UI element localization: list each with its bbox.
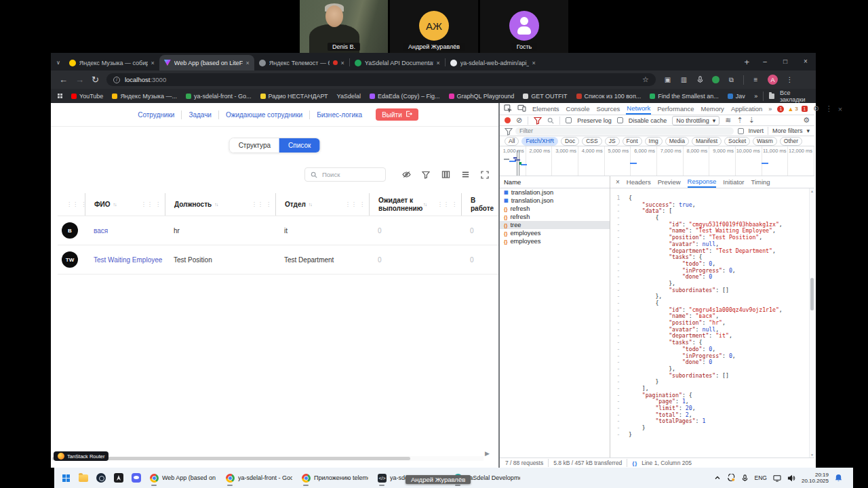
tanstack-router-badge[interactable]: TanStack Router — [54, 451, 108, 461]
reading-list-icon[interactable]: ≡ — [751, 75, 760, 84]
columns-icon[interactable] — [441, 170, 450, 180]
profile-avatar[interactable]: A — [768, 75, 778, 85]
bookmark-item-6[interactable]: GraphQL Playground — [449, 93, 515, 100]
tab-close-icon[interactable]: × — [341, 60, 344, 66]
row-drag-handle-icon[interactable]: ⋮⋮ ⋮ — [66, 201, 85, 207]
bookmark-item-9[interactable]: Find the Smallest an... — [650, 93, 719, 100]
type-filter-font[interactable]: Font — [623, 137, 642, 146]
record-icon[interactable] — [505, 117, 511, 123]
type-filter-js[interactable]: JS — [605, 137, 620, 146]
response-tab-timing[interactable]: Timing — [751, 177, 770, 187]
type-filter-wasm[interactable]: Wasm — [753, 137, 777, 146]
bookmark-item-4[interactable]: YaSdelal — [337, 93, 361, 100]
browser-tab-0[interactable]: Яндекс Музыка — собираем в× — [64, 55, 159, 70]
disable-cache-checkbox[interactable] — [617, 117, 623, 123]
type-filter-media[interactable]: Media — [665, 137, 689, 146]
hide-columns-icon[interactable] — [401, 170, 411, 180]
employee-name-link[interactable]: Test Waiting Employee — [94, 256, 162, 264]
devtools-settings-gear-icon[interactable]: ⚙ — [813, 104, 820, 113]
bookmark-item-7[interactable]: GET OUTFIT — [523, 93, 567, 100]
pinned-app-icon[interactable] — [110, 469, 127, 487]
network-conditions-icon[interactable]: ≋ — [725, 116, 731, 125]
request-row-employees[interactable]: {}employees — [500, 229, 610, 237]
nav-link-0[interactable]: Сотрудники — [138, 111, 174, 119]
network-filter-icon[interactable] — [534, 117, 541, 124]
devtools-more-tabs-icon[interactable]: » — [768, 106, 772, 113]
network-settings-gear-icon[interactable]: ⚙ — [803, 116, 810, 125]
apps-grid-icon[interactable] — [58, 94, 62, 98]
bookmark-item-3[interactable]: Радио НЕСТАНДАРТ — [260, 93, 328, 100]
extensions-puzzle-icon[interactable]: ⧉ — [727, 75, 736, 84]
table-row-1[interactable]: TWTest Waiting EmployeeTest PositionTest… — [58, 245, 498, 274]
devtools-tab-console[interactable]: Console — [566, 104, 591, 114]
taskbar-app-0[interactable]: Web App (based on Lite — [145, 469, 221, 487]
header-col-3[interactable]: Ожидает к выполнению↑↓⋮⋮ ⋮ — [369, 193, 461, 216]
invert-checkbox[interactable] — [738, 128, 744, 134]
tab-close-icon[interactable]: × — [246, 60, 250, 66]
request-row-employees[interactable]: {}employees — [500, 237, 610, 245]
devtools-tab-sources[interactable]: Sources — [595, 104, 620, 114]
bookmark-item-1[interactable]: Яндекс Музыка —... — [112, 93, 177, 100]
column-drag-handle-icon[interactable]: ⋮⋮ ⋮ — [345, 201, 369, 207]
browser-tab-1[interactable]: Web App (based on LiteFront)× — [159, 55, 254, 70]
bookmarks-overflow-icon[interactable]: » — [754, 93, 757, 100]
nav-link-2[interactable]: Ожидающие сотрудники — [226, 111, 302, 119]
sort-icon[interactable]: ↑↓ — [214, 202, 218, 207]
request-list-header[interactable]: Name — [500, 176, 610, 188]
type-filter-img[interactable]: Img — [645, 137, 663, 146]
new-tab-button[interactable]: + — [744, 57, 749, 67]
type-filter-socket[interactable]: Socket — [724, 137, 750, 146]
throttling-select[interactable]: No throttling▾ — [672, 116, 719, 125]
logout-button[interactable]: Выйти — [376, 108, 418, 121]
clear-icon[interactable]: ⊘ — [516, 117, 522, 124]
tab-group-icon[interactable]: ▣ — [663, 75, 672, 84]
bookmark-star-icon[interactable]: ☆ — [642, 75, 649, 84]
response-tab-headers[interactable]: Headers — [627, 177, 651, 187]
type-filter-css[interactable]: CSS — [582, 137, 601, 146]
scroll-up-icon[interactable]: ▲ — [810, 189, 814, 193]
network-search-icon[interactable] — [547, 117, 554, 124]
devtools-tab-elements[interactable]: Elements — [532, 104, 560, 114]
format-braces-icon[interactable]: { } — [632, 460, 637, 466]
preserve-log-checkbox[interactable] — [566, 117, 572, 123]
sync-icon[interactable] — [727, 474, 735, 482]
request-row-translation.json[interactable]: ▦translation.json — [500, 188, 610, 197]
site-info-icon[interactable]: i — [113, 77, 120, 83]
tray-mic-icon[interactable] — [741, 474, 749, 482]
import-har-icon[interactable]: ⇡ — [737, 116, 743, 125]
export-har-icon[interactable]: ⇣ — [749, 116, 755, 125]
toggle-option-1[interactable]: Список — [279, 138, 319, 152]
sort-icon[interactable]: ↑↓ — [309, 202, 312, 207]
devtools-tab-memory[interactable]: Memory — [701, 104, 725, 114]
devtools-tab-application[interactable]: Application — [730, 104, 763, 114]
table-row-0[interactable]: Ввасяhrit00 — [58, 216, 498, 245]
search-input[interactable]: Поиск — [304, 167, 386, 182]
sort-icon[interactable]: ↑↓ — [113, 202, 117, 207]
close-button[interactable]: × — [795, 53, 816, 69]
network-overview-timeline[interactable]: 1,000 ms2,000 ms3,000 ms4,000 ms5,000 ms… — [500, 146, 814, 176]
back-button[interactable]: ← — [59, 75, 68, 84]
minimize-button[interactable]: – — [755, 53, 775, 69]
response-tab-response[interactable]: Response — [688, 176, 717, 188]
discord-icon[interactable] — [127, 469, 145, 487]
bookmark-item-10[interactable]: JavaScript - Синтак... — [728, 93, 746, 100]
tab-search-chevron-icon[interactable]: ∨ — [56, 60, 60, 66]
browser-tab-2[interactable]: Яндекс Телемост — беспл× — [254, 55, 349, 70]
bookmark-item-0[interactable]: YouTube — [71, 93, 103, 100]
maximize-button[interactable]: □ — [775, 53, 795, 69]
bookmark-item-2[interactable]: ya-sdelal-front - Go... — [186, 93, 252, 100]
mic-icon[interactable] — [696, 75, 705, 84]
browser-tab-3[interactable]: YaSdelal API Documentation× — [350, 55, 445, 70]
type-filter-manifest[interactable]: Manifest — [692, 137, 722, 146]
browser-menu-icon[interactable]: ⋮ — [785, 75, 794, 84]
request-row-tree[interactable]: {}tree — [500, 221, 610, 229]
cast-display-icon[interactable] — [773, 474, 781, 482]
scrollbar-thumb[interactable] — [810, 278, 814, 310]
devtools-tab-performance[interactable]: Performance — [656, 104, 694, 114]
type-filter-all[interactable]: All — [505, 137, 519, 146]
taskbar-app-2[interactable]: Приложению telemost — [297, 469, 373, 487]
volume-icon[interactable] — [787, 474, 795, 482]
devtools-toggle-icon[interactable]: ▶ — [485, 450, 490, 457]
toggle-option-0[interactable]: Структура — [230, 138, 279, 152]
tab-close-icon[interactable]: × — [151, 60, 155, 66]
